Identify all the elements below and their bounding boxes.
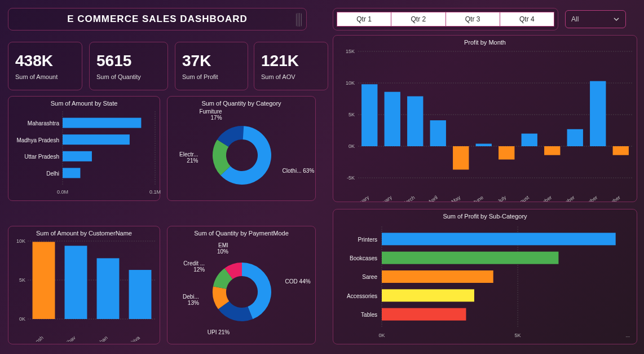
svg-text:October: October [558, 194, 576, 202]
svg-text:12%: 12% [193, 266, 205, 273]
svg-text:Printers: Printers [358, 237, 377, 243]
chart-amount-by-state: Sum of Amount by State0.0M0.1MMaharashtr… [8, 96, 160, 201]
svg-rect-61 [97, 258, 120, 319]
svg-text:15K: 15K [346, 49, 355, 54]
svg-text:Bookcases: Bookcases [350, 255, 377, 261]
svg-rect-43 [544, 146, 560, 155]
chart-title: Sum of Amount by State [8, 97, 160, 108]
svg-text:17%: 17% [211, 115, 222, 121]
dashboard-title-panel: E COMMERCE SALES DASHBOARD [8, 8, 307, 30]
svg-text:Accessories: Accessories [347, 293, 377, 299]
svg-rect-82 [382, 270, 493, 283]
quarter-button-2[interactable]: Qtr 2 [391, 12, 445, 27]
svg-rect-84 [382, 289, 474, 301]
svg-text:Maharashtra: Maharashtra [28, 120, 60, 126]
dropdown-label: All [571, 15, 579, 23]
chart-title: Sum of Amount by CustomerName [8, 226, 160, 238]
svg-text:10%: 10% [217, 248, 228, 255]
filter-dropdown-all[interactable]: All [565, 10, 626, 28]
svg-text:September: September [530, 194, 553, 202]
kpi-value: 5615 [96, 52, 161, 70]
svg-text:...: ... [625, 333, 630, 338]
svg-text:Clothi... 63%: Clothi... 63% [283, 168, 315, 174]
kpi-label: Sum of AOV [261, 73, 321, 80]
chart-quantity-by-paymentmode: Sum of Quantity by PaymentModeCOD 44%UPI… [167, 226, 316, 344]
svg-text:5K: 5K [515, 333, 521, 338]
svg-text:5K: 5K [19, 277, 25, 283]
svg-rect-49 [613, 146, 629, 155]
svg-text:May: May [451, 194, 462, 202]
svg-text:0K: 0K [19, 316, 25, 322]
svg-text:Harivansh: Harivansh [23, 335, 44, 342]
svg-text:Credit ...: Credit ... [183, 260, 205, 266]
kpi-card-1: 5615 Sum of Quantity [89, 42, 168, 90]
svg-text:10K: 10K [16, 238, 25, 244]
kpi-label: Sum of Amount [15, 73, 75, 80]
svg-rect-78 [382, 233, 616, 245]
kpi-label: Sum of Quantity [96, 73, 161, 80]
svg-text:December: December [599, 194, 621, 202]
chart-profit-by-month: Profit by Month-5K0K5K10K15KJanuaryFebru… [333, 35, 637, 202]
svg-text:0.0M: 0.0M [57, 189, 68, 195]
svg-rect-59 [65, 246, 87, 319]
quarter-button-4[interactable]: Qtr 4 [500, 12, 554, 27]
kpi-card-0: 438K Sum of Amount [8, 42, 82, 90]
svg-rect-31 [407, 97, 423, 146]
svg-text:5K: 5K [349, 112, 355, 117]
svg-rect-47 [590, 81, 606, 146]
svg-text:21%: 21% [187, 158, 198, 164]
chevron-down-icon [613, 16, 620, 23]
kpi-card-3: 121K Sum of AOV [254, 42, 328, 90]
svg-rect-41 [522, 134, 537, 146]
svg-text:Saree: Saree [362, 274, 377, 280]
svg-text:COD 44%: COD 44% [285, 278, 311, 285]
svg-text:April: April [427, 194, 438, 202]
svg-text:Madhav: Madhav [59, 335, 77, 342]
svg-rect-8 [63, 151, 92, 161]
quarter-selector: Qtr 1Qtr 2Qtr 3Qtr 4 [333, 8, 558, 30]
svg-text:March: March [401, 194, 416, 202]
svg-text:Tables: Tables [361, 312, 377, 318]
svg-rect-27 [361, 84, 377, 146]
svg-text:June: June [472, 194, 484, 202]
chart-quantity-by-category: Sum of Quantity by CategoryClothi... 63%… [167, 96, 316, 201]
svg-text:EMI: EMI [218, 242, 228, 248]
chart-title: Sum of Quantity by PaymentMode [167, 226, 315, 238]
svg-rect-6 [63, 134, 130, 145]
chart-profit-by-subcategory: Sum of Profit by Sub-Category0K5K...Prin… [333, 209, 637, 344]
svg-text:0K: 0K [349, 143, 355, 149]
svg-text:Shiva: Shiva [127, 335, 141, 342]
svg-rect-45 [567, 129, 583, 146]
chart-amount-by-customer: Sum of Amount by CustomerName0K5K10KHari… [8, 226, 160, 344]
chart-title: Sum of Profit by Sub-Category [333, 209, 637, 221]
chart-title: Sum of Quantity by Category [167, 97, 315, 108]
svg-rect-57 [33, 242, 55, 319]
kpi-label: Sum of Profit [182, 73, 241, 80]
svg-rect-63 [129, 270, 152, 319]
svg-text:January: January [352, 194, 370, 202]
dashboard-title: E COMMERCE SALES DASHBOARD [67, 14, 248, 25]
svg-text:UPI 21%: UPI 21% [208, 329, 230, 335]
svg-rect-80 [382, 252, 558, 264]
svg-text:November: November [576, 194, 599, 202]
quarter-button-3[interactable]: Qtr 3 [446, 12, 500, 27]
svg-rect-33 [430, 120, 446, 146]
svg-text:0K: 0K [378, 333, 385, 338]
svg-text:Delhi: Delhi [46, 171, 59, 177]
svg-rect-39 [499, 146, 514, 160]
svg-text:Debi...: Debi... [183, 294, 199, 300]
kpi-value: 121K [261, 52, 321, 70]
quarter-button-1[interactable]: Qtr 1 [337, 12, 391, 27]
svg-text:13%: 13% [188, 300, 199, 306]
svg-text:0.1M: 0.1M [149, 189, 161, 195]
svg-rect-4 [63, 118, 141, 128]
svg-text:Madan Mohan: Madan Mohan [80, 335, 109, 342]
svg-rect-29 [385, 92, 400, 146]
svg-text:10K: 10K [346, 80, 355, 86]
svg-text:Furniture: Furniture [200, 108, 222, 115]
kpi-value: 37K [182, 52, 241, 70]
chart-title: Profit by Month [333, 36, 637, 47]
svg-rect-35 [453, 146, 469, 169]
svg-rect-37 [476, 144, 492, 146]
svg-rect-86 [382, 308, 466, 321]
